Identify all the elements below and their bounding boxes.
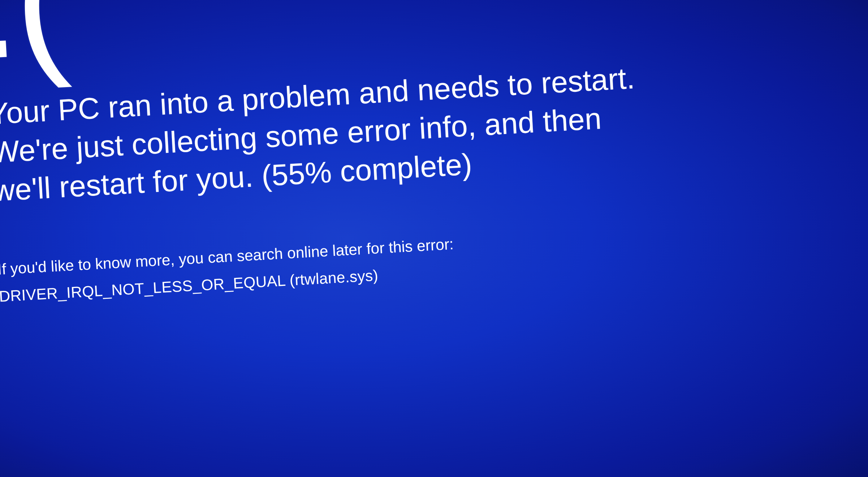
bsod-screen: :( Your PC ran into a problem and needs … xyxy=(0,0,868,477)
message-line-3-suffix: complete) xyxy=(331,147,473,189)
progress-percent: 55% xyxy=(271,155,332,192)
bsod-content: :( Your PC ran into a problem and needs … xyxy=(0,0,868,308)
